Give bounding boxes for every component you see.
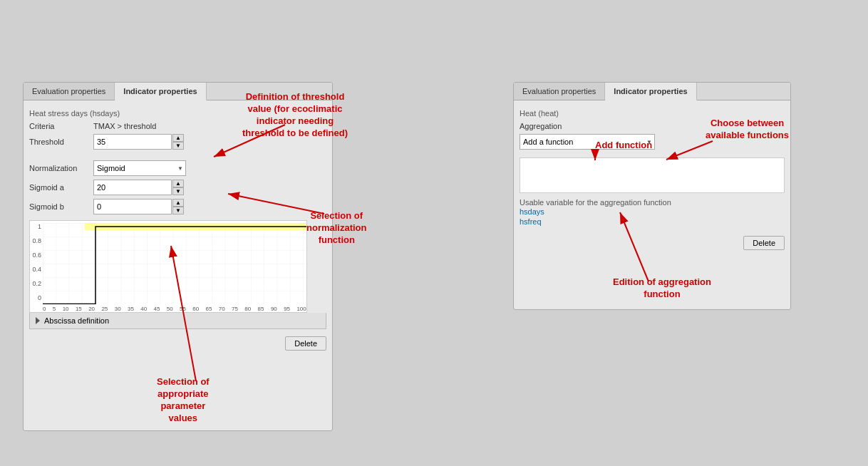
y-label-06: 0.6 xyxy=(30,252,41,259)
criteria-value: TMAX > threshold xyxy=(93,122,156,130)
sigmoid-a-label: Sigmoid a xyxy=(29,183,93,192)
aggregation-label: Aggregation xyxy=(520,122,584,130)
x-label-20: 20 xyxy=(88,306,95,312)
var-hsdays[interactable]: hsdays xyxy=(520,207,785,217)
annotation-edition: Edition of aggregation function xyxy=(613,276,711,301)
right-tab-evaluation[interactable]: Evaluation properties xyxy=(514,83,605,100)
right-tab-indicator[interactable]: Indicator properties xyxy=(605,83,696,100)
annotation-threshold: Definition of threshold value (for ecocl… xyxy=(242,91,348,140)
sigmoid-b-label: Sigmoid b xyxy=(29,202,93,211)
x-label-95: 95 xyxy=(284,306,290,312)
chart-container: 1 0.8 0.6 0.4 0.2 0 xyxy=(29,220,307,313)
x-label-25: 25 xyxy=(101,306,108,312)
abscissa-triangle xyxy=(36,317,40,324)
x-label-5: 5 xyxy=(53,306,56,312)
threshold-input[interactable] xyxy=(93,134,172,150)
threshold-label: Threshold xyxy=(29,138,93,146)
x-label-0: 0 xyxy=(43,306,46,312)
right-tabs: Evaluation properties Indicator properti… xyxy=(514,83,790,100)
annotation-choose-functions: Choose between available functions xyxy=(706,118,789,142)
normalization-select[interactable]: Sigmoid xyxy=(93,160,186,176)
sigmoid-a-up[interactable]: ▲ xyxy=(172,180,184,187)
x-label-100: 100 xyxy=(296,306,306,312)
sigmoid-a-spinner: ▲ ▼ xyxy=(172,180,184,195)
y-label-08: 0.8 xyxy=(30,237,41,244)
x-label-90: 90 xyxy=(271,306,277,312)
x-label-35: 35 xyxy=(128,306,134,312)
criteria-label: Criteria xyxy=(29,122,93,130)
sigmoid-a-down[interactable]: ▼ xyxy=(172,187,184,195)
right-delete-button[interactable]: Delete xyxy=(743,236,785,250)
x-label-55: 55 xyxy=(180,306,186,312)
aggregation-textarea[interactable] xyxy=(520,157,785,193)
x-label-70: 70 xyxy=(219,306,225,312)
x-label-60: 60 xyxy=(192,306,199,312)
annotation-normalization: Selection of normalization function xyxy=(306,210,367,247)
x-label-15: 15 xyxy=(76,306,82,312)
annotation-params: Selection of appropriate parameter value… xyxy=(157,376,210,425)
left-delete-button[interactable]: Delete xyxy=(285,336,326,351)
svg-rect-0 xyxy=(43,223,306,304)
y-label-02: 0.2 xyxy=(30,280,41,287)
y-label-1: 1 xyxy=(30,223,41,230)
abscissa-section[interactable]: Abscissa definition xyxy=(29,313,326,329)
sigmoid-b-up[interactable]: ▲ xyxy=(172,199,184,207)
left-tab-evaluation[interactable]: Evaluation properties xyxy=(24,83,115,100)
threshold-spinner: ▲ ▼ xyxy=(172,134,184,150)
x-label-10: 10 xyxy=(63,306,69,312)
sigmoid-a-input[interactable] xyxy=(93,180,172,195)
sigmoid-b-down[interactable]: ▼ xyxy=(172,207,184,214)
usable-vars-label: Usable variable for the aggregation func… xyxy=(520,198,785,207)
x-label-65: 65 xyxy=(206,306,212,312)
x-label-45: 45 xyxy=(153,306,160,312)
threshold-down[interactable]: ▼ xyxy=(172,142,184,150)
chart-area: 1 0.8 0.6 0.4 0.2 0 xyxy=(29,220,326,313)
abscissa-label: Abscissa definition xyxy=(44,316,109,325)
normalization-label: Normalization xyxy=(29,164,93,172)
annotation-add-function: Add function xyxy=(595,140,652,152)
x-label-75: 75 xyxy=(232,306,238,312)
x-label-30: 30 xyxy=(115,306,121,312)
x-label-40: 40 xyxy=(140,306,147,312)
chart-svg xyxy=(43,223,306,304)
y-label-0: 0 xyxy=(30,294,41,301)
sigmoid-b-spinner: ▲ ▼ xyxy=(172,199,184,214)
y-label-04: 0.4 xyxy=(30,266,41,273)
left-tab-indicator[interactable]: Indicator properties xyxy=(115,83,206,100)
right-panel: Evaluation properties Indicator properti… xyxy=(513,82,791,310)
var-hsfreq[interactable]: hsfreq xyxy=(520,217,785,227)
x-label-50: 50 xyxy=(167,306,173,312)
x-label-80: 80 xyxy=(244,306,251,312)
sigmoid-b-input[interactable] xyxy=(93,199,172,214)
threshold-up[interactable]: ▲ xyxy=(172,134,184,142)
x-label-85: 85 xyxy=(258,306,264,312)
